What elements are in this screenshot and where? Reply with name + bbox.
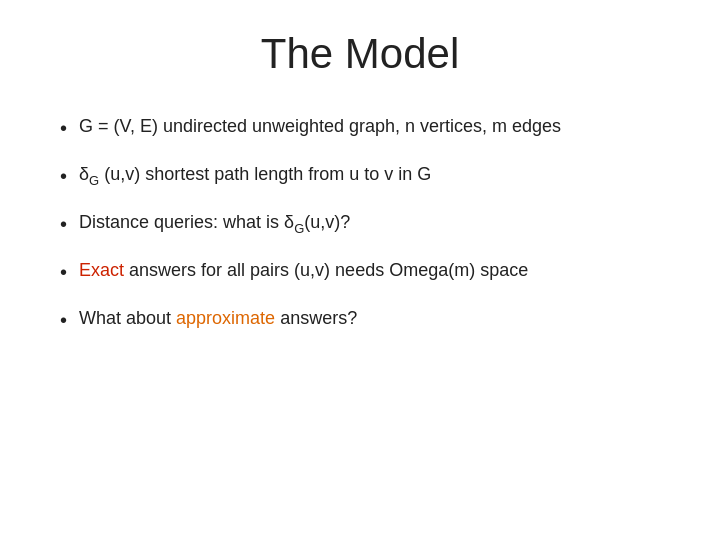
approximate-highlight: approximate xyxy=(176,308,275,328)
bullet-item-3: • Distance queries: what is δG(u,v)? xyxy=(60,209,660,239)
bullet-item-2: • δG (u,v) shortest path length from u t… xyxy=(60,161,660,191)
bullet-dot-4: • xyxy=(60,258,67,287)
bullet-text-5: What about approximate answers? xyxy=(79,305,660,331)
bullet-dot-1: • xyxy=(60,114,67,143)
slide-title: The Model xyxy=(60,30,660,78)
bullet-item-4: • Exact answers for all pairs (u,v) need… xyxy=(60,257,660,287)
bullet-list: • G = (V, E) undirected unweighted graph… xyxy=(60,113,660,335)
bullet-item-5: • What about approximate answers? xyxy=(60,305,660,335)
bullet-dot-2: • xyxy=(60,162,67,191)
slide: The Model • G = (V, E) undirected unweig… xyxy=(0,0,720,540)
bullet-item-1: • G = (V, E) undirected unweighted graph… xyxy=(60,113,660,143)
bullet-text-2: δG (u,v) shortest path length from u to … xyxy=(79,161,660,190)
bullet-text-3: Distance queries: what is δG(u,v)? xyxy=(79,209,660,238)
bullet-dot-5: • xyxy=(60,306,67,335)
bullet-text-4: Exact answers for all pairs (u,v) needs … xyxy=(79,257,660,283)
exact-highlight: Exact xyxy=(79,260,124,280)
bullet-text-1: G = (V, E) undirected unweighted graph, … xyxy=(79,113,660,139)
bullet-dot-3: • xyxy=(60,210,67,239)
